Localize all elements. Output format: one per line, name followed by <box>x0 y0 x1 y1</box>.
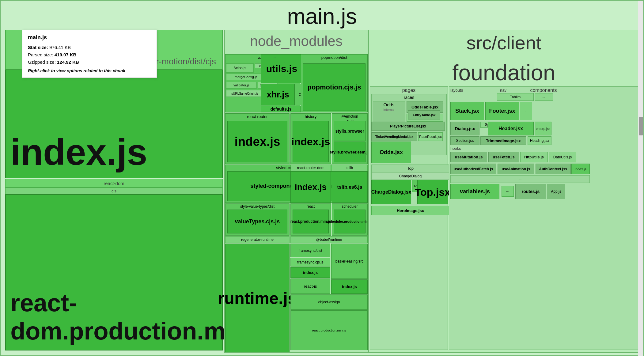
dots-sc1: ··· <box>442 101 445 105</box>
useanimation-cell[interactable]: useAnimation.js <box>498 164 534 174</box>
framesync-cjs-cell[interactable]: framesync.cjs.js <box>290 258 330 267</box>
race-result-jsx-cell[interactable]: RaceResult.jsx <box>418 132 443 141</box>
emotion-browser-cell[interactable]: stylis.browser.esm.js <box>334 142 366 162</box>
src-client-title: src/client <box>369 30 639 55</box>
url-samorigin-cell[interactable]: isURLSameOrigin.js <box>226 90 263 97</box>
dots-comp2: ··· <box>520 102 532 120</box>
player-picturelist-cell[interactable]: PlayerPictureList.jsx <box>371 122 445 131</box>
top-label[interactable]: Top <box>371 165 449 172</box>
charge-dialog-label[interactable]: ChargeDialog <box>371 172 449 180</box>
enterp-cell[interactable]: enterp.jsx <box>535 122 551 135</box>
object-assign-cell[interactable]: object-assign <box>290 294 368 310</box>
foundation-label-wrapper: foundation <box>370 60 638 85</box>
entry-table-cell[interactable]: EntryTable.jsx <box>408 110 440 119</box>
utils-dots2: ··· <box>282 60 285 64</box>
react-dom-bar[interactable]: react-dom <box>5 179 223 187</box>
history-label: history <box>291 114 331 119</box>
cjs-bar[interactable]: cjs <box>5 187 223 194</box>
validator-cell[interactable]: validator.js <box>226 82 257 89</box>
scrollbar[interactable] <box>638 1 643 356</box>
nav-label: nav <box>500 88 506 93</box>
dots-races1: ··· <box>417 133 420 137</box>
charge-dialog-jsx-cell[interactable]: ChargeDialog.jsx <box>371 180 411 204</box>
runtime-js-cell[interactable]: runtime.js <box>225 244 290 352</box>
heading-cell[interactable]: Heading.jsx <box>528 136 551 145</box>
dots-axios1: ··· <box>246 60 248 63</box>
hooks-label: hooks <box>450 146 461 151</box>
react-dom-prod-block[interactable]: react-dom.production.min.js <box>5 194 223 350</box>
tslib-bar[interactable]: tslib <box>332 165 368 171</box>
bezier-index-cell[interactable]: index.js <box>331 279 368 294</box>
tooltip-hint: Right-click to view options related to t… <box>28 68 151 73</box>
bezier-group[interactable]: bezier-easing/src <box>331 244 368 279</box>
tslib-index-cell[interactable]: index.js <box>290 171 331 203</box>
react-label: react <box>291 204 331 209</box>
odds-jsx-cell[interactable]: Odds.jsx <box>371 142 411 163</box>
footer-jsx-cell[interactable]: Footer.jsx <box>485 102 519 120</box>
header-jsx-cell[interactable]: Header.jsx <box>488 122 534 135</box>
valuetypes-cell[interactable]: valueTypes.cjs.js <box>227 210 287 233</box>
top-jsx-cell[interactable]: Top.jsx <box>417 180 448 204</box>
dialog-jsx-cell[interactable]: Dialog.jsx <box>450 122 479 135</box>
scrollbar-thumb[interactable] <box>639 117 643 135</box>
react-a11y-cell[interactable]: react.production.min.js <box>290 310 368 350</box>
dots-odds1: ··· <box>426 101 429 105</box>
utils-js-cell[interactable]: utils.js <box>261 54 302 83</box>
axios-js-cell[interactable]: Axios.js <box>226 63 254 73</box>
routes-cell[interactable]: routes.js <box>515 184 546 199</box>
babel-bar[interactable]: @babel/runtime <box>290 236 368 243</box>
variables-cell[interactable]: variables.js <box>450 184 499 199</box>
popmotion-cjs-cell[interactable]: popmotion.cjs.js <box>303 63 366 111</box>
framesync-group[interactable]: framesync/dist <box>290 244 330 257</box>
trimmedimage-cell[interactable]: TrimmedImage.jsx <box>480 136 526 145</box>
section-jsx-cell[interactable]: Section.jsx <box>450 136 479 145</box>
react-prod-cell[interactable]: react.production.min.js <box>293 210 329 233</box>
stat-size-value: 976.41 KB <box>49 45 71 50</box>
node-modules-title: node_modules <box>225 30 368 52</box>
tslib-es6-cell[interactable]: tslib.es6.js <box>332 171 368 203</box>
tablim-cell[interactable]: Tablim <box>497 93 534 101</box>
dots-comp1: ··· <box>535 93 553 101</box>
defaults-cell[interactable]: defaults.js <box>261 106 301 112</box>
history-index-cell[interactable]: index.js <box>293 121 329 162</box>
races-label: races <box>372 94 446 100</box>
parsed-size-value: 419.07 KB <box>55 52 77 57</box>
appjs-cell[interactable]: App.js <box>547 184 565 199</box>
pages-label: pages <box>370 87 448 94</box>
dots-var: ··· <box>502 186 514 197</box>
tooltip: main.js Stat size: 976.41 KB Parsed size… <box>22 30 157 78</box>
page-title: main.js <box>1 1 643 30</box>
parsed-size-label: Parsed size: <box>28 52 53 57</box>
react-is-cell[interactable]: react-is <box>290 278 330 294</box>
rrd-bar[interactable]: react-router-dom <box>290 165 331 171</box>
utils-dots1: ··· <box>273 55 276 59</box>
regenerator-bar[interactable]: regenerator-runtime <box>225 236 290 243</box>
usemutation-cell[interactable]: useMutation.js <box>450 152 487 162</box>
react-router-label: react-router <box>225 114 289 119</box>
foundation-label: foundation <box>452 60 555 85</box>
emotion-label: @emotion <box>332 114 367 119</box>
scheduler-prod-cell[interactable]: scheduler.production.min.js <box>334 210 366 233</box>
dots-sc2: ··· <box>442 129 445 133</box>
stat-size-label: Stat size: <box>28 45 48 50</box>
react-router-index-cell[interactable]: index.js <box>227 121 287 162</box>
xhr-js-cell[interactable]: xhr.js <box>261 84 295 105</box>
usefetch-cell[interactable]: useFetch.js <box>488 152 519 162</box>
emotion-stylis-cell[interactable]: stylis.browser <box>334 121 366 141</box>
index-js-label: index.js <box>10 131 147 173</box>
popmotion-label: popmotion/dist <box>301 55 367 60</box>
httputils-cell[interactable]: HttpUtils.js <box>520 152 548 162</box>
internal-label: internal <box>373 108 405 112</box>
framesync-index-cell[interactable]: index.js <box>290 267 330 278</box>
useauthorizedfetch-cell[interactable]: useAuthorizedFetch.js <box>450 164 496 174</box>
index-small-cell[interactable]: index.js <box>571 164 590 174</box>
stack-jsx-cell[interactable]: Stack.jsx <box>450 102 484 120</box>
index-js-block[interactable]: index.js <box>5 70 223 178</box>
odds-group[interactable]: Odds internal <box>373 101 405 124</box>
gzipped-label: Gzipped size: <box>28 59 56 65</box>
ticket-vending-cell[interactable]: TicketVendingModal.jsx <box>371 132 417 141</box>
authcontext-cell[interactable]: AuthContext.jsx <box>536 164 571 174</box>
dateutils-cell[interactable]: DateUtils.js <box>549 152 576 162</box>
heroimage-cell[interactable]: HeroImage.jsx <box>371 206 449 215</box>
scheduler-label: scheduler <box>332 204 367 209</box>
